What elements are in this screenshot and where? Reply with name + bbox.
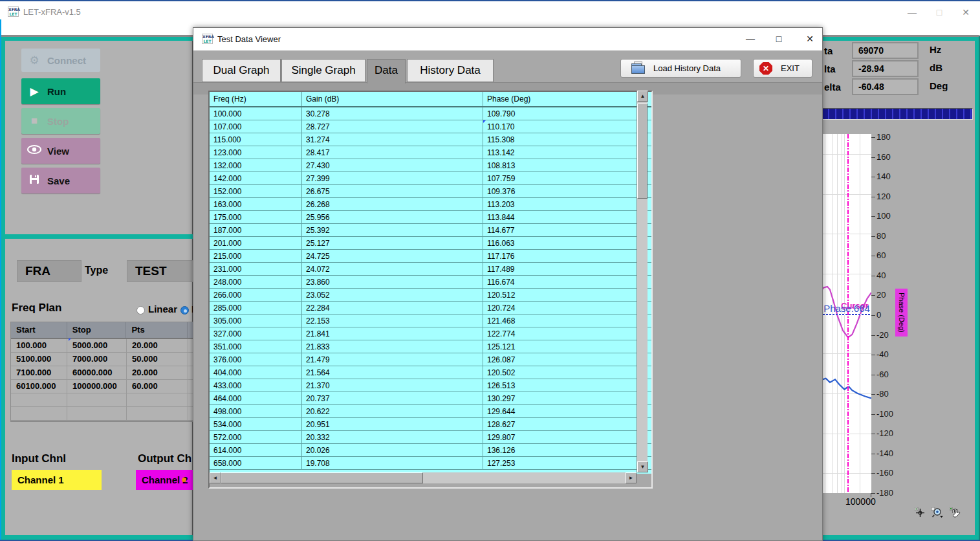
- table-cell[interactable]: 117.489: [483, 263, 638, 275]
- table-row[interactable]: 498.00020.622129.644: [210, 405, 651, 418]
- table-row[interactable]: 572.00020.332129.807: [210, 431, 651, 444]
- zoom-tool-icon[interactable]: [931, 507, 944, 518]
- table-cell[interactable]: 128.627: [483, 418, 638, 430]
- table-cell[interactable]: 248.000: [210, 276, 302, 288]
- run-button[interactable]: ▶ Run: [21, 78, 100, 104]
- data-table[interactable]: Freq (Hz)Gain (dB)Phase (Deg) 100.00030.…: [208, 91, 653, 489]
- table-row[interactable]: 351.00021.833125.121: [210, 340, 651, 353]
- table-cell[interactable]: 231.000: [210, 263, 302, 275]
- table-row[interactable]: 215.00024.725117.176: [210, 250, 651, 263]
- horizontal-scroll-thumb[interactable]: [221, 472, 423, 483]
- input-channel-select[interactable]: Channel 1: [12, 470, 102, 490]
- dialog-title-bar[interactable]: XFRALET Test Data Viewer — □ ✕: [193, 28, 822, 50]
- table-cell[interactable]: 123.000: [210, 146, 302, 159]
- table-cell[interactable]: 21.564: [302, 366, 483, 379]
- table-row[interactable]: 305.00022.153121.468: [210, 315, 651, 327]
- freq-plan-row[interactable]: 7100.00060000.00020.000: [11, 366, 193, 380]
- table-cell[interactable]: 20.737: [302, 392, 483, 404]
- table-cell[interactable]: 21.479: [302, 353, 483, 366]
- close-button[interactable]: ✕: [956, 5, 975, 19]
- table-cell[interactable]: 22.284: [302, 302, 483, 314]
- table-cell[interactable]: 25.127: [302, 237, 483, 249]
- table-row[interactable]: 231.00024.072117.489: [210, 263, 651, 276]
- table-cell[interactable]: 433.000: [210, 379, 302, 392]
- tab-data[interactable]: Data: [367, 59, 406, 83]
- table-row[interactable]: 115.00031.274115.308: [210, 133, 651, 146]
- table-row[interactable]: 534.00020.951128.627: [210, 418, 651, 431]
- freq-plan-cell[interactable]: 5000.000: [67, 339, 127, 352]
- table-row[interactable]: 658.00019.708127.253: [210, 457, 651, 470]
- table-cell[interactable]: 113.203: [483, 198, 638, 210]
- table-cell[interactable]: 20.951: [302, 418, 483, 430]
- table-cell[interactable]: 24.725: [302, 250, 483, 262]
- table-cell[interactable]: 27.430: [302, 159, 483, 171]
- tab-history-data[interactable]: History Data: [407, 59, 494, 82]
- table-row[interactable]: 163.00026.268113.203: [210, 198, 651, 211]
- table-cell[interactable]: 122.774: [483, 327, 638, 340]
- bode-plot[interactable]: Cursor ,Phase:664: [820, 134, 871, 493]
- freq-plan-row[interactable]: 100.0005000.00020.000: [11, 339, 193, 353]
- table-cell[interactable]: 614.000: [210, 444, 302, 456]
- freq-plan-table[interactable]: StartStopPts 100.0005000.00020.0005100.0…: [10, 322, 194, 422]
- table-row[interactable]: 266.00023.052120.512: [210, 289, 651, 302]
- table-cell[interactable]: 132.000: [210, 159, 302, 171]
- table-cell[interactable]: 130.297: [483, 392, 638, 404]
- table-row[interactable]: 201.00025.127116.063: [210, 237, 651, 250]
- log-radio[interactable]: [180, 306, 189, 315]
- table-cell[interactable]: 116.063: [483, 237, 638, 249]
- table-row[interactable]: 187.00025.392114.677: [210, 224, 651, 237]
- freq-plan-cell[interactable]: 100000.000: [67, 380, 127, 393]
- tab-dual-graph[interactable]: Dual Graph: [202, 59, 281, 82]
- table-cell[interactable]: 175.000: [210, 211, 302, 223]
- dialog-minimize-button[interactable]: —: [741, 32, 760, 46]
- table-cell[interactable]: 376.000: [210, 353, 302, 366]
- table-cell[interactable]: 117.176: [483, 250, 638, 262]
- freq-plan-cell[interactable]: [127, 393, 188, 406]
- table-cell[interactable]: 100.000: [210, 107, 302, 120]
- table-row[interactable]: 107.00028.727110.170: [210, 120, 651, 133]
- table-row[interactable]: 327.00021.841122.774: [210, 327, 651, 340]
- table-cell[interactable]: 110.170: [483, 120, 638, 133]
- table-row[interactable]: 464.00020.737130.297: [210, 392, 651, 405]
- table-cell[interactable]: 305.000: [210, 315, 302, 327]
- table-cell[interactable]: 116.674: [483, 276, 638, 288]
- table-row[interactable]: 152.00026.675109.376: [210, 185, 651, 198]
- table-cell[interactable]: 113.142: [483, 146, 638, 159]
- table-cell[interactable]: 266.000: [210, 289, 302, 301]
- freq-plan-row[interactable]: 5100.0007000.00050.000: [11, 353, 193, 366]
- table-cell[interactable]: 114.677: [483, 224, 638, 236]
- table-cell[interactable]: 327.000: [210, 327, 302, 340]
- table-cell[interactable]: 25.392: [302, 224, 483, 236]
- fra-type-box[interactable]: FRA: [17, 260, 82, 282]
- exit-button[interactable]: ✕ EXIT: [753, 59, 812, 78]
- table-cell[interactable]: 20.332: [302, 431, 483, 443]
- table-cell[interactable]: 126.513: [483, 379, 638, 392]
- table-cell[interactable]: 31.274: [302, 133, 483, 146]
- table-cell[interactable]: 113.844: [483, 211, 638, 223]
- table-row[interactable]: 285.00022.284120.724: [210, 302, 651, 315]
- freq-plan-row[interactable]: [11, 393, 193, 407]
- freq-plan-cell[interactable]: 7100.000: [11, 366, 67, 379]
- crosshair-tool-icon[interactable]: [915, 507, 926, 518]
- table-row[interactable]: 248.00023.860116.674: [210, 276, 651, 289]
- table-cell[interactable]: 152.000: [210, 185, 302, 197]
- freq-plan-row[interactable]: 60100.000100000.00060.000: [11, 380, 193, 393]
- table-cell[interactable]: 108.813: [483, 159, 638, 171]
- save-button[interactable]: Save: [21, 168, 100, 193]
- maximize-button[interactable]: □: [930, 5, 949, 19]
- table-cell[interactable]: 20.026: [302, 444, 483, 456]
- table-cell[interactable]: 109.376: [483, 185, 638, 197]
- table-cell[interactable]: 120.512: [483, 289, 638, 301]
- table-row[interactable]: 123.00028.417113.142: [210, 146, 651, 159]
- table-row[interactable]: 376.00021.479126.087: [210, 353, 651, 366]
- load-history-data-button[interactable]: Load History Data: [620, 59, 741, 78]
- table-cell[interactable]: 109.790: [483, 107, 638, 120]
- table-row[interactable]: 142.00027.399107.759: [210, 172, 651, 185]
- table-cell[interactable]: 26.268: [302, 198, 483, 210]
- table-row[interactable]: 175.00025.956113.844: [210, 211, 651, 224]
- table-cell[interactable]: 107.759: [483, 172, 638, 184]
- table-cell[interactable]: 127.253: [483, 457, 638, 469]
- vertical-scroll-thumb[interactable]: [637, 104, 648, 199]
- freq-plan-cell[interactable]: [67, 407, 127, 420]
- table-row[interactable]: 100.00030.278109.790: [210, 107, 651, 120]
